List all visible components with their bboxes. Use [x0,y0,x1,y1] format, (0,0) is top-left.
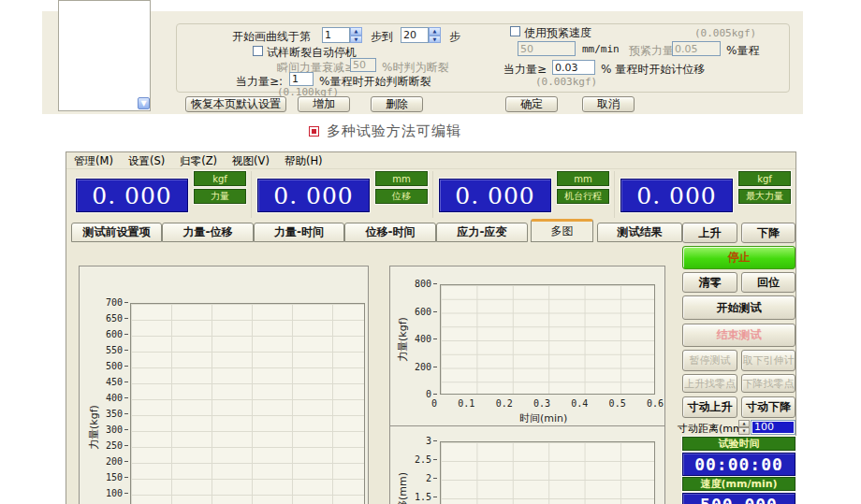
maxforce-label-badge: 最大力量 [738,189,791,204]
x-tick-label: 0.1 [458,398,474,409]
jog-distance-field[interactable]: 100 [751,420,795,435]
y-tick-label: 2 [426,473,437,484]
add-button[interactable]: 增加 [298,96,350,112]
draw-curve-to-input[interactable] [401,27,429,43]
menu-settings[interactable]: 设置(S) [128,154,165,166]
home-button[interactable]: 回位 [741,272,795,293]
menu-manage[interactable]: 管理(M) [74,154,113,166]
tab-test-results[interactable]: 测试结果 [597,223,682,242]
y-tick-label: 150 [106,472,128,483]
disp-start-input[interactable] [552,60,595,75]
x-tick-label: 0.3 [533,398,550,409]
displacement-time-yticks: 32.521.5 [407,436,437,503]
clear-button[interactable]: 清零 [682,272,737,293]
displacement-label-badge: 位移 [375,189,428,204]
up-button[interactable]: 上升 [682,223,737,243]
caption-text: 多种试验方法可编辑 [327,122,461,140]
y-tick-label: 550 [106,345,128,356]
displacement-time-plot [440,441,655,504]
chart-panel-left: 700650600550500450400350300250200150100 … [79,266,369,504]
preload-speed-checkbox[interactable] [510,26,520,36]
preload-force-unit-label: %量程 [726,43,759,59]
displacement-value: 0. 000 [257,179,370,212]
jog-distance-value: 100 [752,422,794,433]
force-ge-input[interactable] [289,72,314,86]
y-tick-label: 400 [106,393,128,404]
scroll-down-icon[interactable]: ▼ [138,97,150,109]
ok-button[interactable]: 确定 [505,96,558,112]
maxforce-value: 0. 000 [620,179,733,212]
x-tick-label: 0 [431,398,437,409]
cancel-button[interactable]: 取消 [582,96,635,112]
force-time-yticks: 8006004002000 [407,279,437,400]
draw-curve-from-spinner[interactable]: ▲▼ [322,27,362,43]
disp-start-suffix-label: % 量程时开始计位移 [601,62,705,78]
draw-curve-from-input[interactable] [322,27,350,43]
force-time-ylabel: 力量(kgf) [396,317,410,362]
break-autostop-checkbox[interactable] [253,46,263,56]
preload-speed-input[interactable] [518,41,576,56]
speed-display: 500.000 [682,493,795,504]
speed-header: 速度(mm/min) [682,477,795,491]
red-square-bullet-icon [309,126,319,137]
y-tick-label: 700 [106,297,128,309]
end-test-button[interactable]: 结束测试 [682,324,795,347]
preload-speed-label: 使用预紧速度 [524,25,591,41]
y-tick-label: 350 [106,409,128,420]
pause-test-button[interactable]: 暂停测试 [682,350,737,371]
force-chart-yticks: 700650600550500450400350300250200150100 [89,297,128,499]
restore-defaults-button[interactable]: 恢复本页默认设置 [185,96,286,112]
displacement-unit-badge: mm [375,171,428,186]
y-tick-label: 200 [415,362,437,373]
menu-bar: 管理(M) 设置(S) 归零(Z) 视图(V) 帮助(H) [66,152,795,169]
y-tick-label: 300 [106,425,128,436]
force-chart-plot [130,303,365,504]
preload-note: (0.005kgf) [694,27,756,39]
test-time-display: 00:00:00 [682,453,795,476]
method-listbox[interactable]: ▼ [58,0,151,111]
tab-multichart[interactable]: 多图 [531,219,593,242]
delete-button[interactable]: 删除 [371,96,423,112]
start-test-button[interactable]: 开始测试 [682,295,795,320]
maxforce-unit-badge: kgf [738,171,791,186]
preload-force-label: 预紧力量 [629,43,674,59]
draw-curve-to-spinner[interactable]: ▲▼ [401,27,441,43]
remove-extensometer-button[interactable]: 取下引伸计 [741,350,795,371]
draw-curve-prefix-label: 开始画曲线于第 [232,29,311,45]
y-tick-label: 250 [106,440,128,452]
preload-force-input[interactable] [672,41,721,56]
spinner-arrows-icon[interactable]: ▲▼ [350,27,362,43]
jog-up-button[interactable]: 寸动上升 [682,396,737,418]
y-tick-label: 1.5 [415,492,437,503]
spinner-arrows-icon[interactable]: ▲▼ [429,27,441,43]
down-find-zero-button[interactable]: 下降找零点 [741,374,795,393]
y-tick-label: 600 [415,307,437,318]
menu-view[interactable]: 视图(V) [232,154,270,166]
jog-down-button[interactable]: 寸动下降 [741,396,795,418]
test-time-header: 试验时间 [682,437,795,451]
y-tick-label: 200 [106,456,128,468]
force-time-xlabel: 时间(min) [519,411,567,425]
y-tick-label: 2.5 [415,454,437,466]
chart-panel-middle: 8006004002000 力量(kgf) 00.10.20.30.40.50.… [389,266,665,504]
chart-divider [390,425,664,426]
force-ge-label: 当力量≥: [236,74,283,90]
stop-button[interactable]: 停止 [682,246,795,269]
tab-force-displacement[interactable]: 力量-位移 [162,223,254,242]
force-time-plot [440,284,655,395]
up-find-zero-button[interactable]: 上升找零点 [682,374,737,393]
tab-stress-strain[interactable]: 应力-应变 [436,223,528,242]
y-tick-label: 100 [106,488,128,499]
x-tick-label: 0.6 [647,398,664,409]
menu-help[interactable]: 帮助(H) [285,154,323,166]
tab-displacement-time[interactable]: 位移-时间 [344,223,436,242]
x-tick-label: 0.4 [571,398,588,409]
y-tick-label: 600 [106,329,128,340]
menu-zero[interactable]: 归零(Z) [180,154,217,166]
instant-decay-input[interactable] [350,58,376,72]
tab-force-time[interactable]: 力量-时间 [254,223,344,242]
force-time-xticks: 00.10.20.30.40.50.6 [431,398,664,409]
down-button[interactable]: 下降 [741,223,795,243]
jog-distance-spinner[interactable]: ▲▼ [738,420,750,434]
tab-pretest-settings[interactable]: 测试前设置项 [71,223,162,242]
